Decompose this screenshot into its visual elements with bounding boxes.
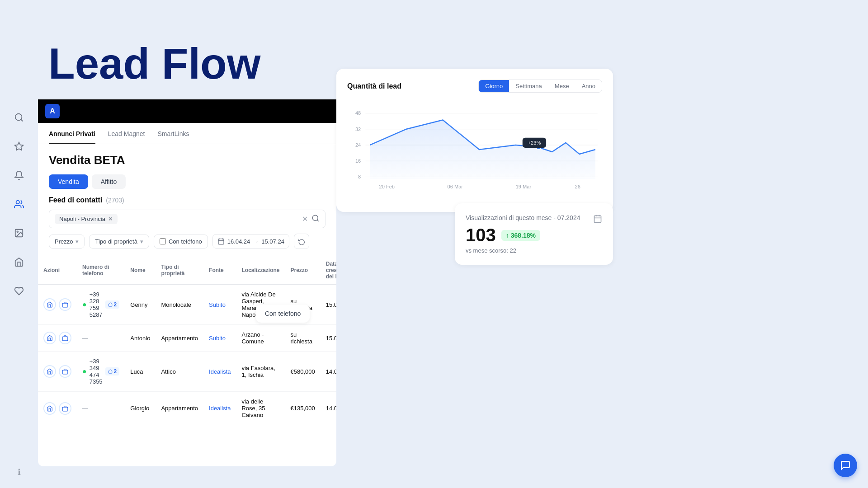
fonte-cell[interactable]: Subito: [203, 325, 236, 352]
date-range-filter[interactable]: 16.04.24 → 15.07.24: [212, 234, 289, 249]
nome-cell: Luca: [125, 352, 156, 392]
action-home-icon[interactable]: [43, 298, 56, 311]
action-home-icon[interactable]: [43, 402, 56, 415]
svg-text:26: 26: [575, 184, 580, 189]
svg-text:16: 16: [355, 158, 361, 164]
action-building-icon[interactable]: [59, 332, 71, 344]
fonte-link[interactable]: Subito: [209, 335, 226, 342]
sidebar-icon-users[interactable]: [10, 195, 28, 213]
con-telefono-box: Con telefono: [256, 305, 310, 323]
tab-annunci-privati[interactable]: Annunci Privati: [49, 130, 95, 144]
col-telefono: Numero di telefono: [77, 256, 125, 285]
fonte-cell[interactable]: Idealista: [203, 392, 236, 425]
fonte-link[interactable]: Subito: [209, 301, 226, 308]
svg-rect-10: [62, 303, 68, 307]
data-cell: 15.07.2024: [321, 285, 336, 325]
time-tabs: Giorno Settimana Mese Anno: [478, 80, 602, 93]
chart-panel: Quantità di lead Giorno Settimana Mese A…: [336, 69, 613, 212]
data-cell: 14.07.2024: [321, 392, 336, 425]
time-tab-giorno[interactable]: Giorno: [479, 80, 509, 92]
count-badge: 2: [105, 367, 120, 375]
con-telefono-checkbox[interactable]: [160, 238, 166, 244]
page-title: Lead Flow: [48, 40, 260, 88]
action-building-icon[interactable]: [59, 402, 71, 415]
fonte-link[interactable]: Idealista: [209, 368, 231, 375]
chat-button[interactable]: [834, 454, 857, 477]
sidebar-icon-bell[interactable]: [10, 166, 28, 184]
date-to: 15.07.24: [261, 238, 284, 245]
prezzo-cell: €135,000: [285, 392, 321, 425]
property-type-filter[interactable]: Tipo di proprietà ▾: [89, 235, 149, 249]
phone-empty: —: [82, 405, 88, 412]
time-tab-settimana[interactable]: Settimana: [509, 80, 548, 92]
tab-lead-magnet[interactable]: Lead Magnet: [108, 130, 145, 144]
action-home-icon[interactable]: [43, 332, 56, 344]
svg-text:+23%: +23%: [528, 140, 541, 145]
chart-header: Quantità di lead Giorno Settimana Mese A…: [347, 80, 602, 93]
chevron-down-icon: ▾: [75, 238, 79, 245]
tipo-cell: Monolocale: [156, 285, 203, 325]
nome-cell: Antonio: [125, 325, 156, 352]
sidebar-icon-home[interactable]: [10, 253, 28, 271]
svg-rect-11: [62, 337, 68, 341]
search-icon[interactable]: [311, 214, 320, 224]
svg-text:32: 32: [355, 127, 361, 132]
localizzazione-cell: via Fasolara, 1, Ischia: [236, 352, 285, 392]
contacts-table: Azioni Numero di telefono Nome Tipo di p…: [38, 256, 336, 425]
svg-rect-6: [218, 239, 224, 244]
remove-tag-icon[interactable]: ✕: [108, 216, 113, 222]
chart-svg: 48 32 24 16 8 20 Feb 06 Mar 19 Mar 26 +2…: [347, 100, 602, 199]
fonte-link[interactable]: Idealista: [209, 405, 231, 412]
refresh-button[interactable]: [294, 234, 309, 249]
col-azioni: Azioni: [38, 256, 77, 285]
sidebar: [0, 99, 38, 470]
tab-smartlinks[interactable]: SmartLinks: [157, 130, 189, 144]
nome-cell: Giorgio: [125, 392, 156, 425]
topbar: A: [38, 99, 336, 123]
svg-text:20 Feb: 20 Feb: [379, 184, 395, 189]
svg-point-4: [17, 231, 18, 232]
col-tipo: Tipo di proprietà: [156, 256, 203, 285]
svg-point-0: [15, 114, 22, 121]
action-home-icon[interactable]: [43, 365, 56, 378]
clear-search-icon[interactable]: ✕: [302, 215, 308, 223]
col-nome: Nome: [125, 256, 156, 285]
time-tab-anno[interactable]: Anno: [576, 80, 602, 92]
count-badge: 2: [105, 300, 120, 309]
sidebar-icon-search[interactable]: [10, 108, 28, 127]
toggle-vendita[interactable]: Vendita: [49, 174, 88, 189]
con-telefono-filter[interactable]: Con teléfono: [154, 235, 208, 249]
sidebar-icon-star[interactable]: [10, 137, 28, 155]
action-building-icon[interactable]: [59, 298, 71, 311]
toggle-affitto[interactable]: Affitto: [92, 174, 126, 189]
col-prezzo: Prezzo: [285, 256, 321, 285]
fonte-cell[interactable]: Idealista: [203, 352, 236, 392]
svg-text:06 Mar: 06 Mar: [448, 184, 463, 189]
col-data: Data di creazione del lead: [321, 256, 336, 285]
phone-empty: —: [82, 335, 88, 342]
sidebar-icon-handshake[interactable]: [10, 282, 28, 300]
phone-cell: ● +39 328 759 5287 2: [82, 291, 119, 318]
location-tag[interactable]: Napoli - Provincia ✕: [55, 214, 118, 224]
localizzazione-cell: via delle Rose, 35, Caivano: [236, 392, 285, 425]
calendar-icon[interactable]: [593, 214, 602, 225]
fonte-cell[interactable]: Subito: [203, 285, 236, 325]
search-bar[interactable]: Napoli - Provincia ✕ ✕: [49, 210, 326, 228]
sidebar-icon-image[interactable]: [10, 224, 28, 242]
data-cell: 15.07.2024: [321, 325, 336, 352]
phone-number: +39 349 474 7355: [90, 358, 103, 385]
nome-cell: Genny: [125, 285, 156, 325]
price-filter[interactable]: Prezzo ▾: [49, 235, 85, 249]
phone-number: +39 328 759 5287: [90, 291, 103, 318]
tipo-cell: Appartamento: [156, 325, 203, 352]
whatsapp-icon: ●: [82, 367, 87, 375]
stats-title: Visualizzazioni di questo mese - 07.2024: [466, 214, 580, 221]
svg-text:24: 24: [355, 142, 361, 148]
table-row: —GiorgioAppartamentoIdealistavia delle R…: [38, 392, 336, 425]
contacts-table-wrapper: Azioni Numero di telefono Nome Tipo di p…: [38, 256, 336, 425]
chart-title: Quantità di lead: [347, 82, 401, 90]
stats-compare: vs mese scorso: 22: [466, 247, 602, 254]
svg-text:8: 8: [358, 174, 361, 179]
action-building-icon[interactable]: [59, 365, 71, 378]
time-tab-mese[interactable]: Mese: [548, 80, 576, 92]
